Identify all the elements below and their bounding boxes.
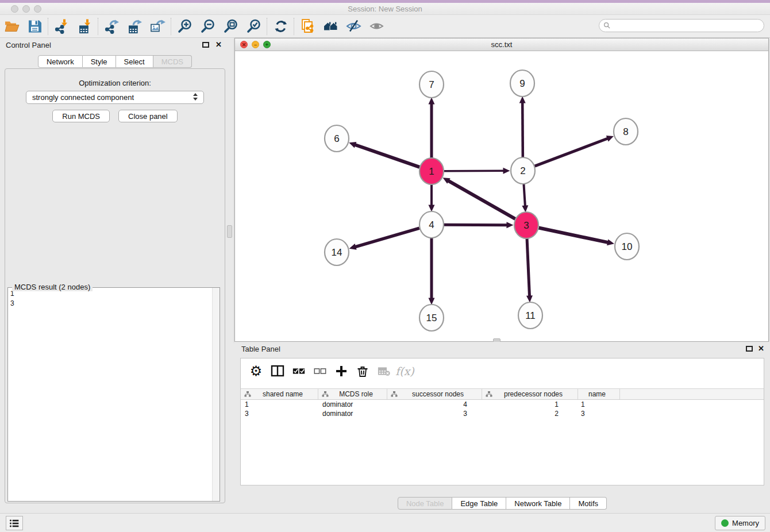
edge-2-9[interactable] xyxy=(519,96,526,158)
zoom-in-icon[interactable] xyxy=(173,17,196,36)
node-label: 2 xyxy=(520,165,525,176)
node-11[interactable]: 11 xyxy=(518,302,542,329)
node-label: 14 xyxy=(332,247,342,258)
table-cell: 1 xyxy=(241,400,318,410)
node-4[interactable]: 4 xyxy=(419,211,444,238)
node-2[interactable]: 2 xyxy=(511,157,535,184)
zoom-out-icon[interactable] xyxy=(196,17,219,36)
control-panel: Control Panel ✕ NetworkStyleSelectMCDS O… xyxy=(0,38,230,513)
column-header-successor-nodes[interactable]: successor nodes xyxy=(387,389,482,399)
close-panel-button[interactable]: Close panel xyxy=(118,110,178,122)
float-table-panel-icon[interactable] xyxy=(746,346,753,352)
deselect-all-icon[interactable] xyxy=(310,361,329,381)
node-8[interactable]: 8 xyxy=(614,118,638,145)
split-view-icon[interactable] xyxy=(268,361,287,381)
node-15[interactable]: 15 xyxy=(419,304,444,331)
zoom-fit-icon[interactable] xyxy=(219,17,242,36)
table-rows: 1dominator4113dominator323 xyxy=(241,400,764,419)
export-table-icon[interactable] xyxy=(123,17,146,36)
table-cell: 1 xyxy=(578,400,620,410)
mcds-result-text[interactable]: 13 xyxy=(8,288,220,501)
edge-arrowhead xyxy=(606,136,614,141)
tab-style[interactable]: Style xyxy=(83,55,116,68)
edge-2-8[interactable] xyxy=(535,136,614,166)
network-canvas[interactable]: 7968124314101511 xyxy=(235,51,768,341)
export-network-icon[interactable] xyxy=(100,17,123,36)
optimization-criterion-select[interactable]: strongly connected component xyxy=(26,91,204,104)
add-column-icon[interactable] xyxy=(332,361,351,381)
node-9[interactable]: 9 xyxy=(510,70,534,97)
edge-arrowhead xyxy=(607,239,614,245)
edge-1-6[interactable] xyxy=(349,142,419,167)
refresh-icon[interactable] xyxy=(269,17,292,36)
tab-mcds[interactable]: MCDS xyxy=(153,55,192,68)
column-sort-icon xyxy=(322,391,329,398)
delete-column-icon[interactable] xyxy=(353,361,372,381)
import-table-icon[interactable] xyxy=(73,17,96,36)
node-10[interactable]: 10 xyxy=(615,233,639,260)
export-image-icon[interactable] xyxy=(146,17,169,36)
table-cell: 4 xyxy=(387,400,482,410)
tab-motifs[interactable]: Motifs xyxy=(570,497,607,510)
edge-3-10[interactable] xyxy=(539,228,614,246)
edge-2-3[interactable] xyxy=(522,183,528,213)
node-label: 15 xyxy=(426,313,437,323)
close-panel-icon[interactable]: ✕ xyxy=(215,40,222,49)
node-6[interactable]: 6 xyxy=(325,125,349,152)
search-input[interactable] xyxy=(599,19,764,32)
node-1[interactable]: 1 xyxy=(419,158,444,184)
edge-4-15[interactable] xyxy=(429,237,435,305)
window-title: Session: New Session xyxy=(0,5,770,13)
column-label: name xyxy=(578,390,619,398)
table-row[interactable]: 1dominator411 xyxy=(241,400,764,410)
hide-panels-icon[interactable] xyxy=(342,17,365,36)
network-window-titlebar[interactable]: ✕ – + scc.txt xyxy=(235,38,768,51)
edge-3-11[interactable] xyxy=(526,238,533,303)
select-all-icon[interactable] xyxy=(289,361,308,381)
node-14[interactable]: 14 xyxy=(325,239,349,265)
table-settings-gear-icon[interactable]: ⚙ xyxy=(247,361,265,381)
home-icon[interactable] xyxy=(319,17,342,36)
table-cell: dominator xyxy=(318,400,387,410)
zoom-selected-icon[interactable] xyxy=(242,17,265,36)
node-7[interactable]: 7 xyxy=(419,71,444,98)
edge-3-1[interactable] xyxy=(443,178,515,219)
edge-1-2[interactable] xyxy=(444,168,510,174)
result-scrollbar[interactable] xyxy=(212,288,220,501)
chevron-up-down-icon xyxy=(193,93,198,102)
open-file-icon[interactable] xyxy=(0,17,23,36)
control-panel-tabs: NetworkStyleSelectMCDS xyxy=(0,55,230,68)
edge-1-4[interactable] xyxy=(429,184,435,212)
column-header-shared-name[interactable]: shared name xyxy=(241,389,318,399)
column-header-name[interactable]: name xyxy=(578,389,620,399)
show-panels-icon[interactable] xyxy=(365,17,388,36)
control-panel-title: Control Panel xyxy=(6,41,51,49)
save-session-icon[interactable] xyxy=(23,17,46,36)
float-panel-icon[interactable] xyxy=(202,42,209,48)
tab-network-table[interactable]: Network Table xyxy=(506,497,570,510)
tab-select[interactable]: Select xyxy=(116,55,153,68)
edge-4-14[interactable] xyxy=(349,228,419,249)
tab-node-table[interactable]: Node Table xyxy=(398,497,453,510)
column-label: MCDS role xyxy=(329,390,387,398)
run-mcds-button[interactable]: Run MCDS xyxy=(52,110,110,122)
edge-arrowhead xyxy=(429,205,435,212)
edge-1-7[interactable] xyxy=(429,98,435,159)
table-tabs: Node TableEdge TableNetwork TableMotifs xyxy=(234,497,770,510)
column-header-MCDS-role[interactable]: MCDS role xyxy=(318,389,387,399)
table-header-row: shared name MCDS role successor nodes pr… xyxy=(241,388,764,400)
close-table-panel-icon[interactable]: ✕ xyxy=(758,344,764,353)
new-network-icon[interactable] xyxy=(296,17,319,36)
column-sort-icon xyxy=(391,391,398,398)
table-row[interactable]: 3dominator323 xyxy=(241,410,764,419)
tab-network[interactable]: Network xyxy=(38,55,83,68)
task-history-button[interactable] xyxy=(6,516,23,530)
edge-4-3[interactable] xyxy=(444,222,514,228)
tab-edge-table[interactable]: Edge Table xyxy=(452,497,506,510)
import-network-icon[interactable] xyxy=(50,17,73,36)
column-header-predecessor-nodes[interactable]: predecessor nodes xyxy=(482,389,578,399)
memory-button[interactable]: Memory xyxy=(715,516,765,530)
result-line: 3 xyxy=(10,299,217,309)
node-3[interactable]: 3 xyxy=(514,212,538,238)
panel-splitter-grip[interactable] xyxy=(227,225,232,238)
